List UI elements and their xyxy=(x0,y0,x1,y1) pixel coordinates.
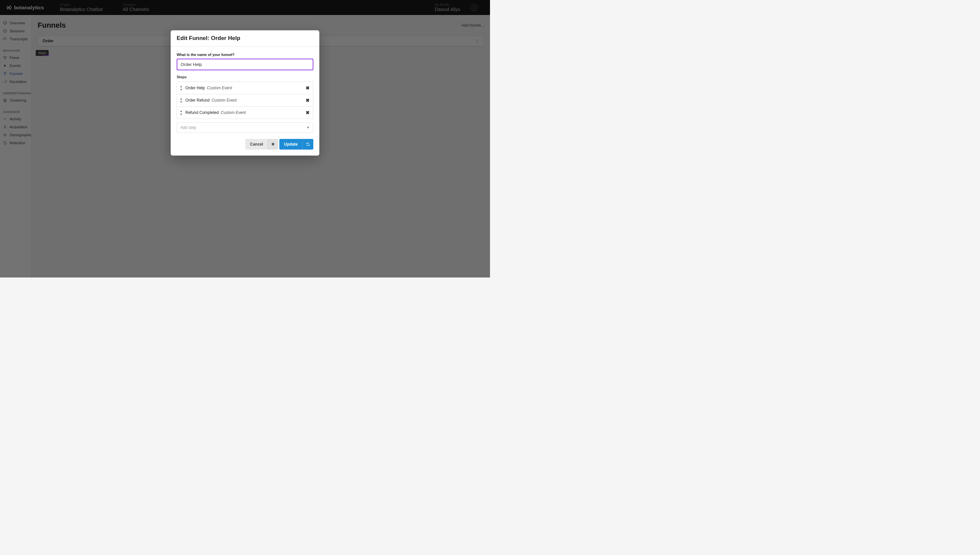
add-step-select[interactable]: Add step ▼ xyxy=(177,122,313,133)
update-button-group: Update xyxy=(280,139,313,149)
drag-handle-icon[interactable]: ▴▾ xyxy=(180,97,182,104)
step-type: Custom Event xyxy=(212,98,237,103)
cancel-button-group: Cancel ✖ xyxy=(245,139,278,149)
funnel-name-label: What is the name of your funnel? xyxy=(177,53,313,57)
step-name: Order Help xyxy=(185,86,205,90)
add-step-placeholder: Add step xyxy=(180,125,196,130)
edit-funnel-modal: Edit Funnel: Order Help What is the name… xyxy=(171,30,319,156)
cancel-x-button[interactable]: ✖ xyxy=(268,139,278,149)
step-name: Order Refund xyxy=(185,98,210,103)
funnel-name-input[interactable] xyxy=(177,59,313,70)
step-row: ▴▾ Order Refund Custom Event ✖ xyxy=(177,94,313,107)
caret-down-icon: ▼ xyxy=(307,126,310,129)
update-button[interactable]: Update xyxy=(280,139,303,149)
drag-handle-icon[interactable]: ▴▾ xyxy=(180,85,182,91)
arrow-annotation xyxy=(43,53,51,59)
steps-list: ▴▾ Order Help Custom Event ✖ ▴▾ Order Re… xyxy=(177,82,313,119)
remove-step-icon[interactable]: ✖ xyxy=(306,98,310,103)
modal-title: Edit Funnel: Order Help xyxy=(177,35,313,42)
steps-label: Steps xyxy=(177,75,313,79)
update-refresh-button[interactable] xyxy=(303,139,313,149)
drag-handle-icon[interactable]: ▴▾ xyxy=(180,109,182,116)
cancel-button[interactable]: Cancel xyxy=(245,139,268,149)
modal-body: What is the name of your funnel? Steps ▴… xyxy=(171,47,319,139)
remove-step-icon[interactable]: ✖ xyxy=(306,110,310,115)
step-row: ▴▾ Refund Completed Custom Event ✖ xyxy=(177,107,313,119)
step-name: Refund Completed xyxy=(185,110,218,115)
modal-header: Edit Funnel: Order Help xyxy=(171,30,319,47)
remove-step-icon[interactable]: ✖ xyxy=(306,85,310,91)
modal-footer: Cancel ✖ Update xyxy=(171,139,319,156)
step-type: Custom Event xyxy=(207,86,232,90)
step-row: ▴▾ Order Help Custom Event ✖ xyxy=(177,82,313,94)
step-type: Custom Event xyxy=(221,110,246,115)
